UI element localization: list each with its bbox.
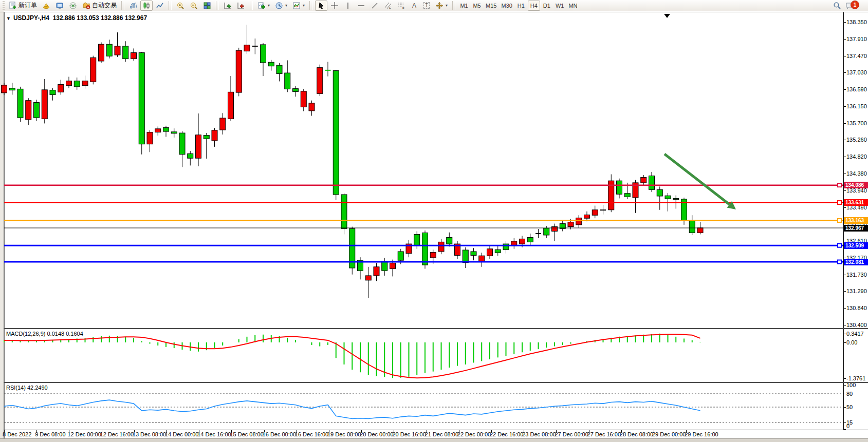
timeframe-button-d1[interactable]: D1 [541, 1, 553, 11]
new-chart-icon [257, 2, 266, 10]
search-button[interactable] [831, 1, 843, 11]
text-label-icon: T [423, 2, 430, 9]
toolbar-separator [169, 1, 172, 10]
timeframe-button-h1[interactable]: H1 [515, 1, 527, 11]
trendline-icon [371, 2, 379, 10]
cursor-tool-button[interactable] [315, 1, 327, 11]
clock-icon [275, 2, 283, 10]
terminal-button[interactable] [53, 1, 66, 11]
fibo-letter: F [402, 7, 404, 10]
gold-icon [42, 2, 50, 10]
auto-trading-icon [82, 2, 90, 10]
caret-down-icon: ▾ [446, 3, 448, 8]
zoom-out-icon [190, 2, 198, 10]
notification-badge[interactable]: 1 [851, 1, 859, 9]
zoom-out-button[interactable] [188, 1, 200, 11]
arrows-tool-button[interactable]: ▾ [433, 1, 450, 11]
toolbar-grip [3, 1, 5, 10]
caret-down-icon: ▾ [268, 3, 270, 8]
channel-letter: E [389, 6, 391, 9]
price-axis-border [843, 12, 844, 430]
timeframe-button-h4[interactable]: H4 [528, 1, 540, 11]
channel-tool-button[interactable]: E [382, 1, 394, 11]
new-order-icon [9, 2, 17, 10]
timeframe-button-mn[interactable]: MN [566, 1, 579, 11]
chat-button[interactable]: 1 [843, 1, 856, 11]
horizontal-line-tool-button[interactable] [355, 1, 367, 11]
timeframe-button-m15[interactable]: M15 [484, 1, 498, 11]
text-tool-button[interactable]: A [409, 1, 420, 11]
bar-chart-button[interactable] [127, 1, 139, 11]
window-bottom-strip [0, 438, 868, 442]
indicators-button[interactable]: ▾ [290, 1, 307, 11]
text-tool-icon: A [412, 2, 416, 9]
vertical-line-icon [344, 2, 352, 10]
zoom-in-button[interactable] [174, 1, 187, 11]
new-order-label: 新订单 [19, 1, 37, 10]
pane-splitter[interactable] [4, 328, 868, 329]
broadcast-button[interactable] [67, 1, 79, 11]
toolbar-separator [452, 1, 455, 10]
mt4-terminal: 新订单 自动交易 [0, 0, 868, 442]
cursor-icon [317, 2, 325, 10]
candlestick-chart-button[interactable] [140, 1, 153, 11]
timeframe-button-w1[interactable]: W1 [553, 1, 566, 11]
line-chart-button[interactable] [154, 1, 166, 11]
zoom-in-icon [176, 2, 184, 10]
broadcast-icon [69, 2, 77, 10]
horizontal-line-icon [357, 2, 365, 10]
auto-trading-button[interactable]: 自动交易 [80, 1, 119, 11]
auto-scroll-button[interactable] [221, 1, 234, 11]
gold-button[interactable] [40, 1, 52, 11]
toolbar-separator [216, 1, 219, 10]
vertical-line-tool-button[interactable] [342, 1, 354, 11]
pane-splitter[interactable] [4, 382, 868, 383]
trendline-tool-button[interactable] [368, 1, 381, 11]
timeframe-button-m5[interactable]: M5 [471, 1, 483, 11]
arrows-icon [435, 2, 444, 10]
timeframe-group: M1M5M15M30H1H4D1W1MN [458, 1, 579, 11]
auto-scroll-icon [224, 2, 232, 10]
search-icon [833, 2, 841, 10]
chart-shift-icon [237, 2, 245, 10]
toolbar-separator [250, 1, 253, 10]
timeframe-button-m30[interactable]: M30 [499, 1, 514, 11]
new-order-button[interactable]: 新订单 [7, 1, 39, 11]
crosshair-icon [330, 2, 339, 10]
fibonacci-tool-button[interactable]: F [395, 1, 408, 11]
toolbar: 新订单 自动交易 [0, 0, 868, 11]
timeframe-button-m1[interactable]: M1 [458, 1, 470, 11]
crosshair-tool-button[interactable] [328, 1, 341, 11]
time-axis-border [4, 430, 868, 430]
text-label-tool-button[interactable]: T [421, 1, 432, 11]
new-chart-button[interactable]: ▾ [255, 1, 272, 11]
indicators-icon [292, 2, 301, 10]
auto-trading-label: 自动交易 [92, 1, 117, 10]
bar-chart-icon [129, 2, 137, 10]
line-chart-icon [156, 2, 164, 10]
chart-shift-button[interactable] [235, 1, 247, 11]
terminal-icon [56, 2, 64, 10]
toolbar-right-group: 1 [831, 1, 863, 11]
toolbar-separator [121, 1, 124, 10]
channel-icon: E [384, 2, 392, 10]
tile-windows-icon [203, 2, 211, 10]
caret-down-icon: ▾ [285, 3, 287, 8]
tile-windows-button[interactable] [201, 1, 213, 11]
chart-canvas[interactable] [0, 0, 868, 442]
fibonacci-icon: F [397, 2, 405, 10]
period-button[interactable]: ▾ [273, 1, 289, 11]
toolbar-separator [309, 1, 312, 10]
candlestick-chart-icon [142, 2, 151, 10]
caret-down-icon: ▾ [303, 3, 305, 8]
